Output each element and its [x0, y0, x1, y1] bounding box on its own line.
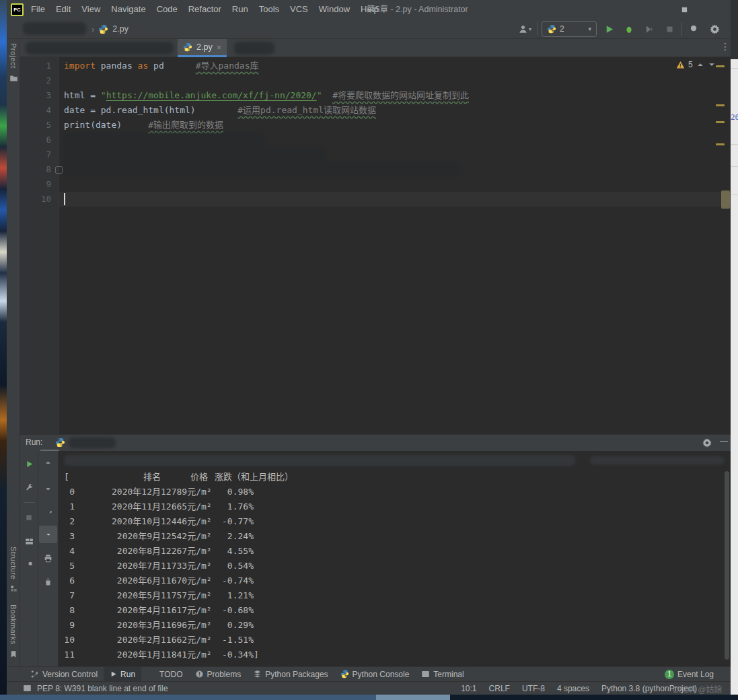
- code-line-2[interactable]: [64, 73, 469, 88]
- line-number[interactable]: 1: [20, 59, 51, 73]
- settings-button[interactable]: [706, 21, 723, 37]
- tab-close-icon[interactable]: ×: [217, 42, 222, 53]
- toolwindow-label: Problems: [207, 670, 242, 679]
- line-number[interactable]: 6: [20, 133, 51, 147]
- menu-tools[interactable]: Tools: [254, 0, 285, 19]
- toolwindow-version-control[interactable]: Version Control: [24, 667, 104, 682]
- run-configuration-select[interactable]: 2 ▾: [542, 21, 597, 37]
- event-log-button[interactable]: 1 Event Log: [659, 667, 720, 682]
- line-number[interactable]: 10: [20, 192, 51, 207]
- menu-edit[interactable]: Edit: [50, 0, 76, 19]
- run-console[interactable]: [ 排名 价格 涨跌（和上月相比） 02020年12月12789元/m²0.98…: [59, 451, 731, 666]
- project-toolwindow-button[interactable]: Project: [7, 43, 20, 83]
- fold-marker[interactable]: [55, 166, 63, 174]
- code-line-4[interactable]: date = pd.read_html(html) #运用pd.read_htm…: [64, 103, 469, 118]
- maximize-button[interactable]: [669, 0, 700, 19]
- plugin-button[interactable]: [727, 21, 738, 37]
- editor-options-kebab-icon[interactable]: ⋮: [721, 41, 730, 52]
- debug-button[interactable]: [621, 21, 637, 37]
- code-line-10[interactable]: [64, 192, 469, 207]
- toolwindow-todo[interactable]: TODO: [141, 667, 188, 682]
- search-everywhere-button[interactable]: [686, 21, 702, 37]
- line-number[interactable]: 2: [20, 73, 51, 88]
- toolwindow-python-console[interactable]: Python Console: [334, 667, 416, 682]
- clear-all-button[interactable]: [39, 573, 57, 590]
- structure-toolwindow-button[interactable]: Structure: [7, 547, 20, 592]
- line-ending-widget[interactable]: CRLF: [489, 684, 510, 693]
- stop-button[interactable]: [661, 21, 677, 37]
- stop-process-button[interactable]: [20, 509, 38, 526]
- warning-stripe-mark[interactable]: [716, 65, 725, 67]
- editor-scrollbar-thumb[interactable]: [721, 190, 730, 209]
- layout-columns-icon[interactable]: [23, 684, 32, 693]
- menu-file[interactable]: File: [26, 0, 50, 19]
- warning-stripe-mark[interactable]: [716, 104, 725, 106]
- console-data-row: 42020年8月12267元/m²4.55%: [59, 544, 731, 559]
- minimize-button[interactable]: [638, 0, 669, 19]
- breadcrumb[interactable]: › 2.py: [91, 19, 128, 39]
- console-cell: 12542元/m²: [161, 529, 208, 544]
- editor-code[interactable]: import pandas as pd #导入pandas库html = "ht…: [64, 59, 469, 207]
- print-button[interactable]: [39, 549, 57, 567]
- down-stack-trace-button[interactable]: [39, 479, 57, 496]
- console-cell: 4.55%: [208, 544, 254, 559]
- menu-vcs[interactable]: VCS: [285, 0, 313, 19]
- menu-window[interactable]: Window: [313, 0, 355, 19]
- line-number[interactable]: 9: [20, 177, 51, 192]
- line-number[interactable]: 8: [20, 162, 51, 177]
- tab-label: 2.py: [196, 42, 213, 52]
- warning-stripe-mark[interactable]: [716, 121, 725, 123]
- run-panel-gear-icon[interactable]: [702, 438, 712, 448]
- chevron-down-icon[interactable]: [708, 61, 716, 69]
- scroll-to-end-button[interactable]: [39, 526, 57, 543]
- soft-wrap-button[interactable]: [39, 502, 57, 520]
- pin-tab-button[interactable]: [20, 556, 38, 573]
- toolwindow-run[interactable]: Run: [104, 667, 141, 682]
- indent-widget[interactable]: 4 spaces: [557, 684, 589, 693]
- code-token: #导入pandas库: [196, 61, 259, 71]
- pycharm-logo: PC: [11, 3, 24, 16]
- breadcrumb-file[interactable]: 2.py: [112, 24, 128, 34]
- toolwindow-problems[interactable]: Problems: [189, 667, 248, 682]
- code-line-9[interactable]: [64, 177, 469, 192]
- warning-stripe-mark[interactable]: [716, 143, 725, 145]
- run-settings-button[interactable]: [20, 479, 38, 496]
- console-scrollbar-thumb[interactable]: [725, 471, 729, 660]
- caret-position-widget[interactable]: 10:1: [461, 684, 476, 693]
- up-stack-trace-button[interactable]: [39, 455, 57, 473]
- menu-refactor[interactable]: Refactor: [183, 0, 227, 19]
- run-button[interactable]: [601, 21, 617, 37]
- bookmarks-toolwindow-button[interactable]: Bookmarks: [7, 604, 20, 658]
- menu-view[interactable]: View: [76, 0, 106, 19]
- line-number[interactable]: 4: [20, 103, 51, 118]
- encoding-widget[interactable]: UTF-8: [522, 684, 545, 693]
- user-profile-button[interactable]: ▾: [517, 21, 533, 37]
- inspections-widget[interactable]: 5: [676, 60, 716, 69]
- line-number[interactable]: 7: [20, 147, 51, 162]
- menu-run[interactable]: Run: [227, 0, 254, 19]
- run-with-coverage-button[interactable]: [641, 21, 657, 37]
- toolwindow-terminal[interactable]: Terminal: [415, 667, 470, 682]
- console-cell: 2020年7月: [75, 559, 161, 573]
- code-line-5[interactable]: print(date) #输出爬取到的数据: [64, 118, 469, 133]
- toolwindow-python-packages[interactable]: Python Packages: [247, 667, 334, 682]
- editor-pane[interactable]: 12345678910 import pandas as pd #导入panda…: [20, 57, 731, 434]
- tab-2py[interactable]: 2.py ×: [178, 39, 227, 57]
- scroll-to-end-icon: [44, 530, 53, 539]
- line-number[interactable]: 3: [20, 88, 51, 103]
- rerun-button[interactable]: [20, 455, 38, 473]
- console-data-row: 92020年3月11696元/m²0.29%: [59, 618, 731, 633]
- toolbar-separator: [681, 22, 682, 36]
- code-line-3[interactable]: html = "https://mobile.anjuke.com/xf/fj-…: [64, 88, 469, 103]
- chevron-up-icon[interactable]: [696, 61, 704, 69]
- code-line-1[interactable]: import pandas as pd #导入pandas库: [64, 59, 469, 73]
- run-panel-minimize-icon[interactable]: —: [720, 436, 728, 446]
- console-cell: 12446元/m²: [161, 514, 208, 529]
- menu-code[interactable]: Code: [151, 0, 183, 19]
- menu-navigate[interactable]: Navigate: [106, 0, 151, 19]
- close-button[interactable]: [700, 0, 731, 19]
- restore-layout-button[interactable]: [20, 532, 38, 550]
- line-number[interactable]: 5: [20, 118, 51, 133]
- console-cell: 0.54%: [208, 559, 254, 573]
- console-cell: 0: [64, 485, 75, 499]
